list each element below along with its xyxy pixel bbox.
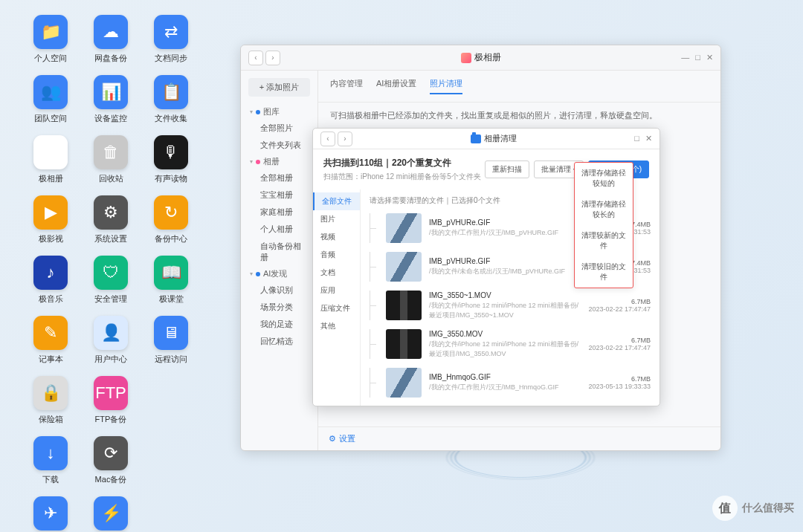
filter-item[interactable]: 全部文件 <box>313 192 360 210</box>
desktop-icon[interactable]: ⚡闪电传 <box>83 496 139 532</box>
rescan-button[interactable]: 重新扫描 <box>485 160 529 178</box>
file-name: IMB_pVHURe.GIF <box>429 257 581 265</box>
desktop-icon[interactable]: 🖥远程访问 <box>143 316 199 365</box>
file-meta: 6.7MB2023-02-22 17:47:47 <box>588 298 651 313</box>
dropdown-item[interactable]: 清理较新的文件 <box>575 225 633 256</box>
app-icon: ↓ <box>33 436 68 470</box>
sidebar-item[interactable]: 人像识别 <box>241 282 317 299</box>
file-meta: 6.7MB2023-02-22 17:47:47 <box>588 337 651 351</box>
app-icon: ✎ <box>33 316 68 350</box>
file-row[interactable]: IMB_HnmqoG.GIF/我的文件/工作照片/汉王/IMB_HnmqoG.G… <box>361 363 660 402</box>
gear-icon: ⚙ <box>329 434 336 444</box>
nav-back-button[interactable]: ‹ <box>248 51 263 65</box>
desktop-icon[interactable]: ⚙系统设置 <box>83 195 139 244</box>
sidebar-item[interactable]: 个人相册 <box>241 221 317 238</box>
app-icon: ✈ <box>33 496 68 531</box>
chevron-down-icon: ▾ <box>250 270 253 277</box>
settings-link[interactable]: ⚙ 设置 <box>318 426 720 450</box>
window-titlebar: ‹ › 极相册 — □ ✕ <box>241 45 720 71</box>
file-row[interactable]: IMG_3550.MOV/我的文件/iPhone 12 mini/iPhone … <box>361 325 660 363</box>
file-row[interactable]: IMG_3550~1.MOV/我的文件/iPhone 12 mini/iPhon… <box>361 286 660 325</box>
dropdown-item[interactable]: 清理存储路径较长的 <box>575 194 633 225</box>
modal-back-button[interactable]: ‹ <box>320 132 335 146</box>
desktop-icon[interactable]: ⇄文档同步 <box>143 15 199 64</box>
sidebar-item[interactable]: 全部相册 <box>241 169 317 186</box>
desktop-icon[interactable]: 📊设备监控 <box>83 75 139 124</box>
filter-item[interactable]: 压缩文件 <box>313 299 360 317</box>
desktop-icon[interactable]: 🔒保险箱 <box>22 376 79 425</box>
sidebar-item[interactable]: 宝宝相册 <box>241 186 317 204</box>
sidebar-item[interactable]: 全部照片 <box>241 120 317 137</box>
filter-item[interactable]: 应用 <box>313 282 360 299</box>
modal-forward-button[interactable]: › <box>338 132 352 146</box>
sidebar-item[interactable]: 场景分类 <box>241 299 317 316</box>
desktop-icon[interactable]: ✿极相册 <box>22 135 79 184</box>
desktop-icon[interactable]: ↓下载 <box>22 436 79 485</box>
sidebar-item[interactable]: 回忆精选 <box>241 333 317 350</box>
desktop-icon[interactable]: ✈迅雷 <box>22 496 79 532</box>
app-icon: 👤 <box>94 316 128 350</box>
app-label: 回收站 <box>99 173 123 184</box>
add-photo-button[interactable]: + 添加照片 <box>248 78 310 97</box>
app-label: 文档同步 <box>155 53 187 64</box>
description-text: 可扫描极相册中已经添加的文件夹，找出重复或是相似的照片，进行清理，释放硬盘空间。 <box>318 103 720 129</box>
sidebar-section-header[interactable]: ▾AI发现 <box>241 266 317 282</box>
sidebar-item[interactable]: 我的足迹 <box>241 316 317 333</box>
tab[interactable]: AI相册设置 <box>376 78 416 94</box>
scan-summary: 共扫描到110组｜220个重复文件 <box>323 157 481 169</box>
desktop-icon[interactable]: 📋文件收集 <box>143 75 199 124</box>
filter-item[interactable]: 其他 <box>313 317 360 335</box>
app-label: 保险箱 <box>39 414 63 425</box>
maximize-button[interactable]: □ <box>695 53 700 62</box>
tab[interactable]: 照片清理 <box>430 78 462 94</box>
desktop-icon[interactable]: 👥团队空间 <box>22 75 79 124</box>
modal-maximize-button[interactable]: □ <box>634 134 639 143</box>
filter-item[interactable]: 视频 <box>313 228 360 246</box>
app-label: 下载 <box>42 474 59 485</box>
dropdown-item[interactable]: 清理存储路径较短的 <box>575 163 633 194</box>
sidebar-item[interactable]: 家庭相册 <box>241 204 317 221</box>
file-path: /我的文件/工作照片/汉王/IMB_HnmqoG.GIF <box>429 383 581 392</box>
app-icon: ↻ <box>154 195 188 230</box>
sidebar-section-header[interactable]: ▾图库 <box>241 104 317 120</box>
app-label: 极影视 <box>39 233 63 244</box>
desktop-icon[interactable]: ♪极音乐 <box>22 256 79 305</box>
desktop-icon[interactable]: ✎记事本 <box>22 316 79 365</box>
batch-clean-dropdown: 清理存储路径较短的清理存储路径较长的清理较新的文件清理较旧的文件 <box>574 162 633 288</box>
desktop-icon[interactable]: 👤用户中心 <box>83 316 139 365</box>
filter-item[interactable]: 音频 <box>313 246 360 264</box>
app-label: 极相册 <box>39 173 63 184</box>
app-icon: 📋 <box>154 75 188 109</box>
tab[interactable]: 内容管理 <box>330 78 363 94</box>
app-icon: 🗑 <box>94 135 128 169</box>
desktop-icon[interactable]: ☁网盘备份 <box>83 15 139 64</box>
app-label: 极课堂 <box>159 293 184 305</box>
sidebar-section-header[interactable]: ▾相册 <box>241 154 317 169</box>
filter-item[interactable]: 文档 <box>313 264 360 282</box>
nav-forward-button[interactable]: › <box>265 51 280 65</box>
app-label: 有声读物 <box>155 173 187 184</box>
desktop-icon[interactable]: 🎙有声读物 <box>143 135 199 184</box>
dropdown-item[interactable]: 清理较旧的文件 <box>575 256 633 288</box>
filter-item[interactable]: 图片 <box>313 210 360 228</box>
sidebar-item[interactable]: 文件夹列表 <box>241 137 317 154</box>
chevron-down-icon: ▾ <box>250 108 253 115</box>
desktop-icon[interactable]: ⟳Mac备份 <box>83 436 139 485</box>
close-button[interactable]: ✕ <box>706 53 713 62</box>
app-label: FTP备份 <box>95 414 127 425</box>
app-icon: ⚙ <box>94 195 128 230</box>
minimize-button[interactable]: — <box>681 53 689 62</box>
desktop-icon[interactable]: 🗑回收站 <box>83 135 139 184</box>
app-icon: 📁 <box>33 15 68 49</box>
desktop-icon[interactable]: 📖极课堂 <box>143 256 199 305</box>
desktop-icon[interactable]: 📁个人空间 <box>22 15 79 64</box>
desktop-icon[interactable]: FTPFTP备份 <box>83 376 139 425</box>
desktop-icon[interactable]: ▶极影视 <box>22 195 79 244</box>
desktop-icon[interactable]: 🛡安全管理 <box>83 256 139 305</box>
file-name: IMG_3550.MOV <box>429 330 581 338</box>
desktop-icon[interactable]: ↻备份中心 <box>143 195 199 244</box>
modal-close-button[interactable]: ✕ <box>645 134 652 143</box>
app-icon: ✿ <box>33 135 68 169</box>
app-icon: 🎙 <box>154 135 188 169</box>
sidebar-item[interactable]: 自动备份相册 <box>241 238 317 266</box>
